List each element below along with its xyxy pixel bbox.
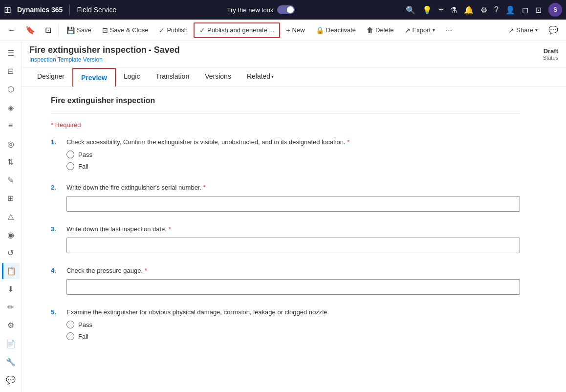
save-close-label: Save & Close [110, 26, 149, 34]
required-text: Required [55, 121, 81, 129]
module-name: Field Service [77, 6, 116, 14]
question-1: 1. Check accessibility. Confirm the exti… [51, 138, 520, 170]
filter-icon[interactable]: ⚗ [450, 5, 457, 15]
sidebar-icon-menu[interactable]: ☰ [2, 45, 20, 61]
sidebar-icon-settings[interactable]: ⚙ [2, 317, 20, 333]
question-1-num: 1. [51, 138, 61, 146]
radio-pass-circle[interactable] [66, 151, 74, 158]
publish-generate-icon: ✓ [199, 26, 205, 34]
feedback-icon[interactable]: ◻ [522, 5, 528, 15]
tab-preview[interactable]: Preview [72, 68, 116, 87]
delete-icon: 🗑 [367, 26, 373, 34]
question-3: 3. Write down the last inspection date. … [51, 225, 520, 253]
tab-designer[interactable]: Designer [29, 67, 72, 86]
question-2-required: * [203, 184, 206, 191]
delete-label: Delete [375, 26, 394, 34]
sidebar-icon-doc[interactable]: 📄 [2, 336, 20, 352]
form-title-group: Fire extinguisher inspection - Saved Ins… [29, 45, 180, 63]
new-tab-button[interactable]: ⊡ [41, 22, 55, 38]
required-star: * [51, 121, 53, 129]
share-button[interactable]: ↗ Share ▾ [503, 23, 543, 37]
try-new-toggle[interactable] [277, 5, 295, 14]
sidebar-icon-tool[interactable]: 🔧 [2, 354, 20, 370]
new-button[interactable]: + New [281, 23, 309, 37]
add-icon[interactable]: + [439, 5, 443, 14]
form-content: Fire extinguisher inspection * Required … [22, 87, 549, 364]
sidebar-icon-sort[interactable]: ⇅ [2, 154, 20, 170]
radio-q5-fail-circle[interactable] [66, 332, 74, 340]
question-1-option-fail[interactable]: Fail [66, 162, 520, 170]
settings-icon[interactable]: ⚙ [480, 5, 487, 15]
publish-button[interactable]: ✓ Publish [154, 23, 193, 37]
user-icon[interactable]: 👤 [505, 5, 515, 15]
question-3-required: * [169, 225, 171, 233]
question-5-option-fail[interactable]: Fail [66, 332, 520, 340]
waffle-icon[interactable]: ⊞ [4, 4, 11, 15]
question-2: 2. Write down the fire extinguisher's se… [51, 184, 520, 212]
comment-button[interactable]: 💬 [544, 22, 562, 38]
sidebar-icon-download[interactable]: ⬇ [2, 281, 20, 297]
sidebar-icon-edit2[interactable]: ✏ [2, 299, 20, 315]
form-body: Fire extinguisher inspection * Required … [22, 87, 566, 392]
sidebar-icon-chat[interactable]: 💬 [2, 372, 20, 388]
sidebar-icon-grid[interactable]: ⊞ [2, 190, 20, 206]
form-subtitle: Inspection Template Version [29, 56, 180, 63]
back-button[interactable]: ← [4, 23, 20, 38]
radio-q5-pass-circle[interactable] [66, 321, 74, 328]
lightbulb-icon[interactable]: 💡 [422, 5, 432, 15]
question-3-input[interactable] [66, 238, 520, 253]
sidebar-icon-circle[interactable]: ◎ [2, 136, 20, 152]
radio-fail-circle[interactable] [66, 162, 74, 170]
sidebar-icon-cube[interactable]: ◈ [2, 99, 20, 115]
help-icon[interactable]: ? [494, 5, 499, 14]
question-4-input[interactable] [66, 279, 520, 295]
form-title-row: Fire extinguisher inspection - Saved Ins… [29, 45, 558, 63]
publish-icon: ✓ [159, 26, 165, 34]
question-4: 4. Check the pressure gauge. * [51, 267, 520, 295]
share-label: Share [516, 26, 533, 34]
tabs-bar: Designer Preview Logic Translation Versi… [22, 67, 566, 87]
sidebar-icon-alert[interactable]: △ [2, 208, 20, 224]
question-2-input[interactable] [66, 196, 520, 212]
question-1-label: 1. Check accessibility. Confirm the exti… [51, 138, 520, 146]
export-chevron: ▾ [433, 27, 435, 33]
main-area: ☰ ⊟ ⬡ ◈ ≡ ◎ ⇅ ✎ ⊞ △ ◉ ↺ 📋 ⬇ ✏ ⚙ 📄 🔧 💬 Fi… [0, 41, 566, 392]
sidebar-icon-target[interactable]: ◉ [2, 227, 20, 243]
command-bar: ← 🔖 ⊡ 💾 Save ⊡ Save & Close ✓ Publish ✓ … [0, 20, 566, 41]
tab-related[interactable]: Related ▾ [239, 67, 282, 86]
tab-logic[interactable]: Logic [116, 67, 148, 86]
sidebar-icon-refresh[interactable]: ↺ [2, 245, 20, 261]
share-icon: ↗ [508, 26, 514, 34]
sidebar-icon-cloud[interactable]: ⬡ [2, 81, 20, 97]
question-5-options: Pass Fail [66, 321, 520, 340]
notification-icon[interactable]: 🔔 [464, 5, 474, 15]
tab-translation[interactable]: Translation [148, 67, 197, 86]
saved-badge: - Saved [149, 45, 180, 55]
avatar[interactable]: S [548, 3, 562, 17]
more-button[interactable]: ⋯ [441, 23, 457, 37]
nav-icons-group: 🔍 💡 + ⚗ 🔔 ⚙ ? 👤 ◻ ⊡ S [406, 3, 562, 17]
sidebar-icon-home[interactable]: ⊟ [2, 63, 20, 79]
deactivate-button[interactable]: 🔒 Deactivate [311, 23, 361, 37]
tab-versions[interactable]: Versions [197, 67, 239, 86]
save-close-button[interactable]: ⊡ Save & Close [97, 23, 153, 37]
form-header: Fire extinguisher inspection - Saved Ins… [22, 41, 566, 67]
export-button[interactable]: ↗ Export ▾ [400, 23, 440, 37]
multi-icon[interactable]: ⊡ [535, 5, 542, 15]
question-1-option-pass[interactable]: Pass [66, 151, 520, 158]
question-5-option-pass[interactable]: Pass [66, 321, 520, 328]
publish-generate-button[interactable]: ✓ Publish and generate ... [194, 22, 280, 38]
sidebar-icon-edit[interactable]: ✎ [2, 172, 20, 188]
question-1-options: Pass Fail [66, 151, 520, 170]
save-button[interactable]: 💾 Save [62, 23, 96, 37]
sidebar-icon-list[interactable]: ≡ [2, 118, 20, 134]
search-icon[interactable]: 🔍 [406, 5, 415, 15]
save-icon: 💾 [66, 26, 75, 34]
sidebar-icon-clipboard[interactable]: 📋 [2, 263, 20, 279]
bookmark-button[interactable]: 🔖 [22, 22, 39, 38]
delete-button[interactable]: 🗑 Delete [362, 23, 399, 37]
question-4-num: 4. [51, 267, 61, 274]
question-1-text: Check accessibility. Confirm the extingu… [66, 138, 349, 146]
form-divider [51, 113, 520, 113]
radio-pass-label: Pass [78, 151, 92, 158]
